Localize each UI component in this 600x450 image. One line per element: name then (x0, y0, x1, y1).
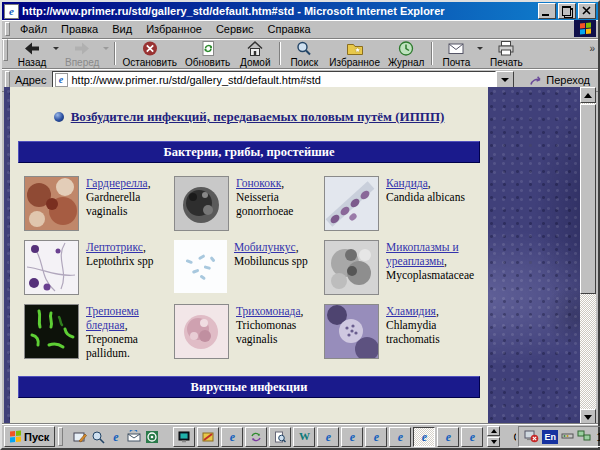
gallery-cell-leptothrix: Лептотрикс, Leptothrix spp (10, 240, 160, 295)
thumbnail-mycoplasma[interactable] (324, 240, 379, 295)
taskbar-window-button-sync[interactable] (245, 427, 267, 447)
favorites-folder-icon (345, 40, 365, 57)
back-button[interactable]: Назад (11, 39, 53, 68)
start-windows-flag-icon (10, 430, 21, 442)
quicklaunch-outlook-icon[interactable] (126, 429, 141, 444)
search-icon (295, 40, 313, 57)
taskbar-window-button-ie-active[interactable]: e (413, 427, 435, 447)
tray-modem-icon[interactable] (561, 431, 574, 443)
tray-lang-indicator[interactable]: En (542, 430, 558, 444)
tray-clock[interactable]: 13:56 (594, 431, 600, 443)
start-button[interactable]: Пуск (4, 426, 55, 447)
ie-throbber-logo (574, 20, 596, 37)
quicklaunch-ie-icon[interactable]: e (108, 429, 123, 444)
page-heading-link[interactable]: Возбудители инфекций, передаваемых полов… (71, 109, 445, 125)
home-button[interactable]: Домой (234, 39, 276, 68)
thumbnail-candida[interactable] (324, 176, 379, 231)
link-trichomonas[interactable]: Трихомонада (236, 305, 301, 317)
menu-grip[interactable] (5, 22, 10, 37)
scroll-down-button[interactable] (580, 409, 596, 425)
close-button[interactable] (578, 3, 596, 19)
taskbar-window-button-ie-4[interactable]: e (365, 427, 387, 447)
restore-button[interactable] (558, 3, 576, 19)
go-label: Переход (546, 74, 590, 86)
link-gardnerella[interactable]: Гарднерелла (86, 177, 148, 189)
link-mycoplasma[interactable]: Микоплазмы и уреаплазмы (386, 241, 459, 267)
favorites-button[interactable]: Избранное (325, 39, 384, 68)
toolbar-overflow-chevron[interactable]: » (589, 43, 595, 54)
mail-dropdown[interactable] (477, 47, 483, 53)
taskbar-window-button-word[interactable]: W (293, 427, 315, 447)
taskbar-scroll-spinner[interactable] (487, 426, 500, 447)
go-button[interactable]: Переход (525, 72, 596, 88)
paint-icon (202, 431, 214, 443)
taskbar-window-button-paint[interactable] (197, 427, 219, 447)
menu-edit[interactable]: Правка (54, 21, 105, 37)
gallery-cell-treponema: Трепонема бледная, Treponema pallidum. (10, 304, 160, 360)
link-candida[interactable]: Кандида (386, 177, 428, 189)
link-gonococcus[interactable]: Гонококк (236, 177, 281, 189)
thumbnail-treponema[interactable] (24, 304, 79, 359)
forward-button[interactable]: Вперед (61, 39, 103, 68)
link-mobiluncus[interactable]: Мобилункус (234, 241, 296, 253)
link-treponema[interactable]: Трепонема бледная (86, 305, 139, 331)
system-tray: En 13:56 (518, 426, 600, 447)
minimize-button[interactable] (538, 3, 556, 19)
thumbnail-trichomonas[interactable] (174, 304, 229, 359)
toolbar-grip[interactable] (3, 39, 8, 61)
refresh-button[interactable]: Обновить (181, 39, 234, 68)
tray-network-error-icon[interactable] (524, 429, 539, 445)
taskbar-window-button-ie-7[interactable]: e (461, 427, 483, 447)
link-leptothrix[interactable]: Лептотрикс (86, 241, 143, 253)
quicklaunch-channels-icon[interactable] (144, 429, 159, 444)
stop-icon (141, 40, 159, 57)
taskbar-window-button-ie-3[interactable]: e (341, 427, 363, 447)
thumbnail-gonococcus[interactable] (174, 176, 229, 231)
menu-view[interactable]: Вид (105, 21, 139, 37)
history-icon (397, 40, 415, 57)
vertical-scrollbar[interactable] (580, 87, 596, 425)
print-button[interactable]: Печать (485, 39, 527, 68)
taskbar-window-button-ie-2[interactable]: e (317, 427, 339, 447)
taskbar-window-button-search[interactable] (269, 427, 291, 447)
forward-dropdown[interactable] (103, 47, 109, 53)
taskbar-band-network[interactable]: Сетевое окружение » (510, 431, 516, 443)
link-suffix: , (143, 241, 146, 253)
thumbnail-mobiluncus[interactable] (174, 240, 227, 293)
stop-button[interactable]: Остановить (118, 39, 181, 68)
window-title: http://www.primer.ru/std/gallery_std/def… (22, 5, 536, 17)
mail-icon (446, 40, 466, 57)
taskbar-window-button-ie-6[interactable]: e (437, 427, 459, 447)
thumbnail-chlamydia[interactable] (324, 304, 379, 359)
taskbar-window-button-ie-1[interactable]: e (221, 427, 243, 447)
spinner-down-button[interactable] (487, 437, 500, 447)
mail-button[interactable]: Почта (435, 39, 477, 68)
menu-file[interactable]: Файл (13, 21, 54, 37)
taskbar-window-button-ie-5[interactable]: e (389, 427, 411, 447)
menu-favorites[interactable]: Избранное (139, 21, 209, 37)
back-dropdown[interactable] (53, 47, 59, 53)
quicklaunch-show-desktop-icon[interactable] (72, 429, 87, 444)
link-chlamydia[interactable]: Хламидия (386, 305, 436, 317)
spinner-up-button[interactable] (487, 426, 500, 436)
taskbar-window-buttons: e W e e e e e e e (173, 427, 483, 447)
link-suffix: , (436, 305, 439, 317)
address-url-text[interactable]: http://www.primer.ru/std/gallery_std/def… (72, 74, 321, 86)
ie-icon: e (398, 431, 403, 443)
scroll-thumb[interactable] (580, 104, 596, 294)
gallery-cell-chlamydia: Хламидия, Chlamydia trachomatis (310, 304, 488, 360)
history-button[interactable]: Журнал (384, 39, 429, 68)
quicklaunch-viewer-icon[interactable] (90, 429, 105, 444)
taskbar-window-button-monitor[interactable] (173, 427, 195, 447)
thumbnail-gardnerella[interactable] (24, 176, 79, 231)
menu-tools[interactable]: Сервис (209, 21, 261, 37)
quick-launch-bar: e (68, 429, 163, 444)
search-button[interactable]: Поиск (283, 39, 325, 68)
link-suffix: , (444, 255, 447, 267)
band-label: Сетевое окружение (513, 431, 516, 443)
thumbnail-leptothrix[interactable] (24, 240, 79, 295)
tray-network-icon[interactable] (577, 430, 591, 444)
scroll-up-button[interactable] (580, 87, 596, 103)
menu-help[interactable]: Справка (261, 21, 318, 37)
quicklaunch-grip[interactable] (58, 427, 63, 445)
